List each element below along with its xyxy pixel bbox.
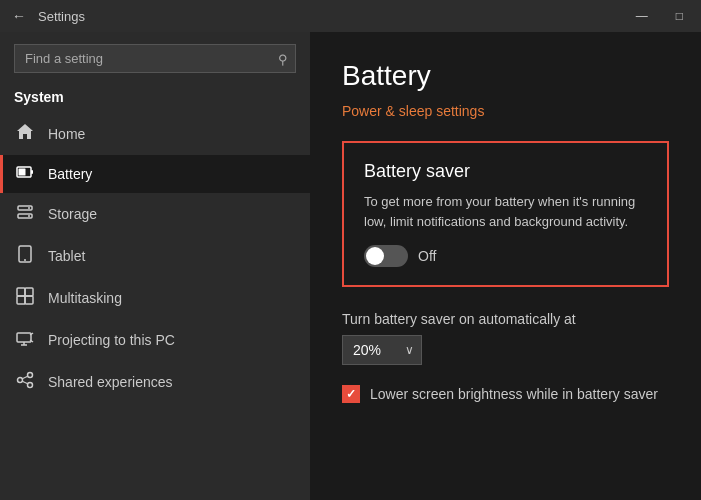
sidebar-item-label-shared: Shared experiences [48,374,173,390]
maximize-button[interactable]: □ [670,7,689,25]
svg-rect-11 [17,296,25,304]
battery-icon [14,165,36,183]
toggle-knob [366,247,384,265]
main-layout: ⚲ System Home Battery [0,32,701,500]
toggle-label: Off [418,248,436,264]
sidebar-item-label-storage: Storage [48,206,97,222]
content-area: Battery Power & sleep settings Battery s… [310,32,701,500]
svg-rect-1 [19,169,26,176]
titlebar-title: Settings [38,9,85,24]
svg-point-6 [28,215,30,217]
battery-saver-card: Battery saver To get more from your batt… [342,141,669,287]
sidebar-item-storage[interactable]: Storage [0,193,310,235]
dropdown-wrapper: 10% 20% 30% 50% [342,335,422,365]
project-icon [14,329,36,351]
svg-rect-12 [25,296,33,304]
svg-point-18 [28,373,33,378]
svg-line-22 [22,381,27,384]
svg-rect-13 [17,333,31,342]
page-title: Battery [342,60,669,92]
auto-section-label: Turn battery saver on automatically at [342,311,669,327]
svg-point-8 [24,259,26,261]
back-button[interactable]: ← [12,8,26,24]
battery-saver-title: Battery saver [364,161,647,182]
storage-icon [14,203,36,225]
checkbox-check-icon: ✓ [346,387,356,401]
sidebar-item-label-battery: Battery [48,166,92,182]
dropdown-row: 10% 20% 30% 50% [342,335,669,365]
sidebar-item-home[interactable]: Home [0,113,310,155]
search-icon: ⚲ [278,51,288,66]
tablet-icon [14,245,36,267]
home-icon [14,123,36,145]
sidebar-item-label-tablet: Tablet [48,248,85,264]
svg-line-21 [22,376,27,379]
sidebar-item-projecting[interactable]: Projecting to this PC [0,319,310,361]
search-input[interactable] [14,44,296,73]
svg-rect-10 [25,288,33,296]
sidebar: ⚲ System Home Battery [0,32,310,500]
power-sleep-link[interactable]: Power & sleep settings [342,103,484,119]
titlebar: ← Settings — □ [0,0,701,32]
sidebar-item-label-home: Home [48,126,85,142]
window-controls: — □ [630,7,689,25]
brightness-checkbox[interactable]: ✓ [342,385,360,403]
sidebar-item-tablet[interactable]: Tablet [0,235,310,277]
brightness-row: ✓ Lower screen brightness while in batte… [342,385,669,403]
battery-saver-description: To get more from your battery when it's … [364,192,647,231]
battery-percentage-dropdown[interactable]: 10% 20% 30% 50% [342,335,422,365]
multitask-icon [14,287,36,309]
svg-rect-2 [31,170,33,174]
svg-point-19 [18,378,23,383]
sidebar-item-label-projecting: Projecting to this PC [48,332,175,348]
minimize-button[interactable]: — [630,7,654,25]
search-container: ⚲ [14,44,296,73]
sidebar-item-shared[interactable]: Shared experiences [0,361,310,403]
svg-point-5 [28,207,30,209]
svg-rect-9 [17,288,25,296]
sidebar-item-battery[interactable]: Battery [0,155,310,193]
brightness-label: Lower screen brightness while in battery… [370,386,658,402]
battery-saver-toggle[interactable] [364,245,408,267]
sidebar-section-label: System [0,83,310,113]
sidebar-item-multitasking[interactable]: Multitasking [0,277,310,319]
toggle-row: Off [364,245,647,267]
svg-point-20 [28,383,33,388]
sidebar-item-label-multitasking: Multitasking [48,290,122,306]
shared-icon [14,371,36,393]
auto-section: Turn battery saver on automatically at 1… [342,311,669,365]
